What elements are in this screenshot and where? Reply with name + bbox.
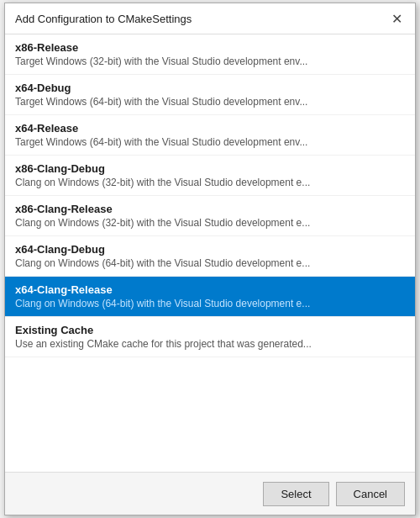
- list-item[interactable]: Existing CacheUse an existing CMake cach…: [5, 317, 415, 357]
- item-title: x64-Release: [15, 122, 405, 135]
- select-button[interactable]: Select: [263, 482, 328, 506]
- item-desc: Use an existing CMake cache for this pro…: [15, 338, 405, 350]
- list-item[interactable]: x86-Clang-ReleaseClang on Windows (32-bi…: [5, 196, 415, 236]
- item-title: x86-Clang-Debug: [15, 162, 405, 175]
- item-desc: Target Windows (64-bit) with the Visual …: [15, 136, 405, 148]
- item-title: Existing Cache: [15, 324, 405, 336]
- dialog-title: Add Configuration to CMakeSettings: [15, 13, 192, 25]
- footer: Select Cancel: [5, 473, 415, 515]
- cancel-button[interactable]: Cancel: [336, 482, 405, 506]
- item-desc: Target Windows (32-bit) with the Visual …: [15, 56, 405, 67]
- close-button[interactable]: ✕: [388, 10, 405, 27]
- list-item[interactable]: x64-ReleaseTarget Windows (64-bit) with …: [5, 115, 415, 156]
- list-item[interactable]: x86-Clang-DebugClang on Windows (32-bit)…: [5, 156, 415, 196]
- list-item[interactable]: x64-Clang-ReleaseClang on Windows (64-bi…: [5, 277, 415, 317]
- item-title: x86-Clang-Release: [15, 203, 405, 215]
- item-title: x64-Clang-Debug: [15, 243, 405, 256]
- item-title: x64-Clang-Release: [15, 283, 405, 296]
- item-desc: Clang on Windows (64-bit) with the Visua…: [15, 257, 405, 269]
- item-desc: Target Windows (64-bit) with the Visual …: [15, 96, 405, 108]
- item-desc: Clang on Windows (32-bit) with the Visua…: [15, 177, 405, 188]
- list-item[interactable]: x64-Clang-DebugClang on Windows (64-bit)…: [5, 236, 415, 277]
- dialog: Add Configuration to CMakeSettings ✕ x86…: [4, 3, 416, 515]
- list-item[interactable]: x64-DebugTarget Windows (64-bit) with th…: [5, 75, 415, 115]
- title-bar: Add Configuration to CMakeSettings ✕: [5, 3, 415, 34]
- item-title: x86-Release: [15, 41, 405, 54]
- item-desc: Clang on Windows (64-bit) with the Visua…: [15, 298, 405, 309]
- configuration-list: x86-ReleaseTarget Windows (32-bit) with …: [5, 34, 415, 473]
- list-item[interactable]: x86-ReleaseTarget Windows (32-bit) with …: [5, 34, 415, 75]
- item-title: x64-Debug: [15, 82, 405, 94]
- item-desc: Clang on Windows (32-bit) with the Visua…: [15, 217, 405, 229]
